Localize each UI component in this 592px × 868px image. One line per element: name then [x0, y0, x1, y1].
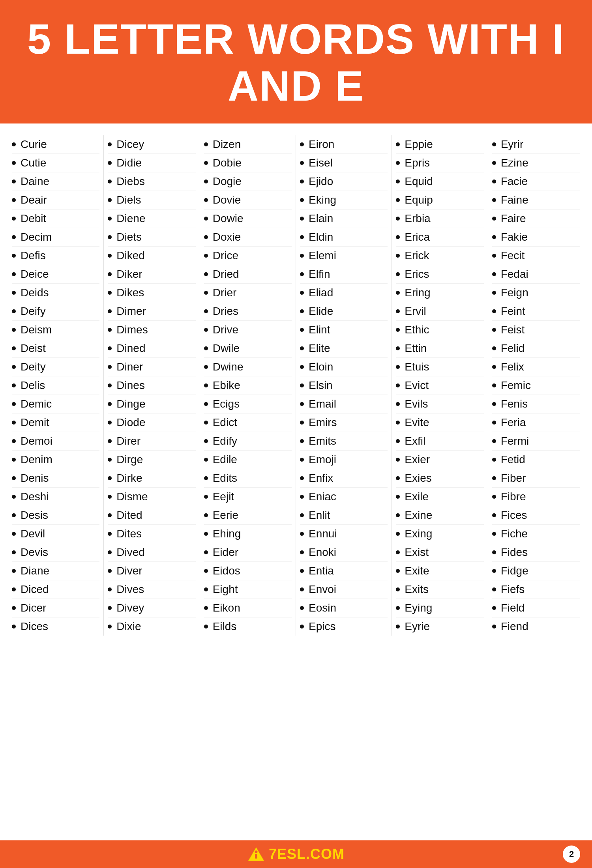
bullet-icon — [108, 587, 112, 591]
word-text: Evite — [405, 416, 429, 429]
list-item: Eerie — [204, 506, 292, 525]
bullet-icon — [108, 569, 112, 573]
bullet-icon — [300, 328, 304, 332]
list-item: Defis — [12, 247, 99, 265]
word-text: Dwile — [213, 342, 240, 355]
word-text: Eyrie — [405, 620, 430, 633]
word-text: Elsin — [309, 379, 333, 392]
word-text: Erick — [405, 249, 429, 262]
word-text: Envoi — [309, 583, 336, 596]
bullet-icon — [492, 587, 496, 591]
word-text: Denis — [21, 472, 49, 485]
list-item: Dives — [108, 580, 195, 599]
word-text: Ehing — [213, 528, 241, 540]
bullet-icon — [204, 365, 208, 369]
list-item: Fedai — [492, 265, 580, 284]
list-item: Diked — [108, 247, 195, 265]
word-text: Fermi — [501, 435, 529, 447]
bullet-icon — [204, 217, 208, 221]
list-item: Ebike — [204, 376, 292, 395]
word-text: Enfix — [309, 472, 333, 485]
bullet-icon — [492, 532, 496, 536]
bullet-icon — [12, 272, 16, 276]
word-text: Drier — [213, 286, 237, 299]
list-item: Divey — [108, 599, 195, 617]
list-item: Felix — [492, 358, 580, 376]
bullet-icon — [12, 495, 16, 499]
list-item: Exine — [396, 506, 483, 525]
word-text: Eosin — [309, 602, 336, 614]
list-item: Eidos — [204, 562, 292, 580]
list-item: Dived — [108, 543, 195, 562]
list-item: Eiron — [300, 135, 388, 154]
word-text: Divey — [116, 602, 144, 614]
bullet-icon — [12, 550, 16, 554]
word-column-4: EironEiselEjidoEkingElainEldinElemiElfin… — [296, 135, 392, 636]
list-item: Equid — [396, 172, 483, 191]
list-item: Denis — [12, 469, 99, 488]
list-item: Elain — [300, 210, 388, 228]
word-text: Decim — [21, 231, 52, 243]
word-text: Eking — [309, 194, 336, 206]
word-text: Fecit — [501, 249, 525, 262]
bullet-icon — [300, 180, 304, 183]
list-item: Enoki — [300, 543, 388, 562]
list-item: Fakie — [492, 228, 580, 247]
list-item: Diver — [108, 562, 195, 580]
word-text: Fiber — [501, 472, 526, 485]
bullet-icon — [204, 458, 208, 462]
word-text: Elfin — [309, 268, 330, 281]
word-text: Dixie — [116, 620, 141, 633]
bullet-icon — [12, 439, 16, 443]
word-text: Fiefs — [501, 583, 525, 596]
bullet-icon — [204, 439, 208, 443]
list-item: Decim — [12, 228, 99, 247]
bullet-icon — [108, 439, 112, 443]
bullet-icon — [300, 383, 304, 387]
bullet-icon — [204, 587, 208, 591]
bullet-icon — [108, 217, 112, 221]
bullet-icon — [108, 309, 112, 313]
bullet-icon — [396, 235, 400, 239]
word-text: Doxie — [213, 231, 241, 243]
list-item: Diene — [108, 210, 195, 228]
word-text: Exite — [405, 565, 429, 577]
word-text: Dices — [21, 620, 48, 633]
list-item: Drive — [204, 321, 292, 339]
word-text: Drive — [213, 324, 238, 336]
bullet-icon — [396, 587, 400, 591]
word-text: Dines — [116, 379, 145, 392]
word-text: Diebs — [116, 175, 145, 188]
word-text: Exist — [405, 546, 429, 559]
word-text: Erbia — [405, 212, 430, 225]
list-item: Dixie — [108, 617, 195, 636]
bullet-icon — [12, 532, 16, 536]
list-item: Eisel — [300, 154, 388, 172]
bullet-icon — [108, 272, 112, 276]
bullet-icon — [108, 532, 112, 536]
list-item: Cutie — [12, 154, 99, 172]
bullet-icon — [396, 309, 400, 313]
word-text: Dirge — [116, 453, 143, 466]
word-text: Dries — [213, 305, 238, 318]
word-text: Felid — [501, 342, 525, 355]
bullet-icon — [396, 569, 400, 573]
word-text: Defis — [21, 249, 46, 262]
bullet-icon — [12, 421, 16, 425]
word-text: Diode — [116, 416, 145, 429]
bullet-icon — [108, 421, 112, 425]
bullet-icon — [300, 513, 304, 517]
list-item: Edify — [204, 432, 292, 451]
word-text: Eilds — [213, 620, 237, 633]
word-text: Enlit — [309, 509, 330, 522]
bullet-icon — [108, 476, 112, 480]
list-item: Dirke — [108, 469, 195, 488]
word-text: Equip — [405, 194, 433, 206]
list-item: Dirge — [108, 451, 195, 469]
list-item: Fibre — [492, 488, 580, 506]
word-text: Eider — [213, 546, 238, 559]
list-item: Deify — [12, 302, 99, 321]
word-text: Fides — [501, 546, 528, 559]
list-item: Dinge — [108, 395, 195, 413]
bullet-icon — [12, 365, 16, 369]
